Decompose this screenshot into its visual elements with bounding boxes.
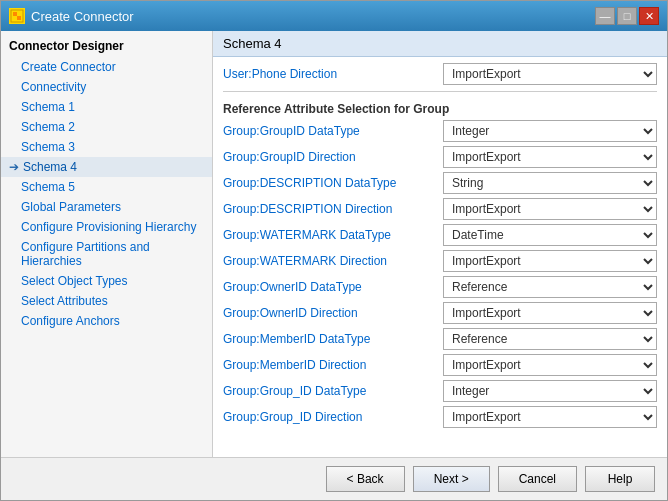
panel-header: Schema 4 [213, 31, 667, 57]
titlebar-left: Create Connector [9, 8, 134, 24]
sidebar-item-schema3[interactable]: Schema 3 [1, 137, 212, 157]
next-button[interactable]: Next > [413, 466, 490, 492]
row-1: Group:GroupID DirectionIntegerStringDate… [223, 146, 657, 168]
divider-1 [223, 91, 657, 92]
phone-direction-label: User:Phone Direction [223, 67, 443, 81]
sidebar-item-schema5[interactable]: Schema 5 [1, 177, 212, 197]
cancel-button[interactable]: Cancel [498, 466, 577, 492]
titlebar: Create Connector — □ ✕ [1, 1, 667, 31]
row-3: Group:DESCRIPTION DirectionIntegerString… [223, 198, 657, 220]
row-select-9[interactable]: IntegerStringDateTimeReferenceImportExpo… [443, 354, 657, 376]
row-9: Group:MemberID DirectionIntegerStringDat… [223, 354, 657, 376]
sidebar-item-schema4[interactable]: ➔ Schema 4 [1, 157, 212, 177]
row-label-1: Group:GroupID Direction [223, 150, 443, 164]
sidebar-item-connectivity[interactable]: Connectivity [1, 77, 212, 97]
sidebar-item-global-parameters[interactable]: Global Parameters [1, 197, 212, 217]
row-select-11[interactable]: IntegerStringDateTimeReferenceImportExpo… [443, 406, 657, 428]
row-label-0: Group:GroupID DataType [223, 124, 443, 138]
row-8: Group:MemberID DataTypeIntegerStringDate… [223, 328, 657, 350]
content-area: Connector Designer Create Connector Conn… [1, 31, 667, 457]
row-select-5[interactable]: IntegerStringDateTimeReferenceImportExpo… [443, 250, 657, 272]
sidebar: Connector Designer Create Connector Conn… [1, 31, 213, 457]
minimize-button[interactable]: — [595, 7, 615, 25]
row-label-6: Group:OwnerID DataType [223, 280, 443, 294]
row-select-6[interactable]: IntegerStringDateTimeReferenceImportExpo… [443, 276, 657, 298]
sidebar-item-schema1[interactable]: Schema 1 [1, 97, 212, 117]
main-panel: Schema 4 User:Phone Direction ImportExpo… [213, 31, 667, 457]
window-title: Create Connector [31, 9, 134, 24]
app-icon [9, 8, 25, 24]
sidebar-header: Connector Designer [1, 35, 212, 57]
row-2: Group:DESCRIPTION DataTypeIntegerStringD… [223, 172, 657, 194]
sidebar-item-configure-partitions[interactable]: Configure Partitions and Hierarchies [1, 237, 212, 271]
panel-scroll-area[interactable]: User:Phone Direction ImportExport Import… [213, 57, 667, 457]
row-10: Group:Group_ID DataTypeIntegerStringDate… [223, 380, 657, 402]
sidebar-item-configure-anchors[interactable]: Configure Anchors [1, 311, 212, 331]
reference-section-title: Reference Attribute Selection for Group [223, 98, 657, 116]
row-label-11: Group:Group_ID Direction [223, 410, 443, 424]
sidebar-item-create-connector[interactable]: Create Connector [1, 57, 212, 77]
row-label-7: Group:OwnerID Direction [223, 306, 443, 320]
row-label-3: Group:DESCRIPTION Direction [223, 202, 443, 216]
row-select-1[interactable]: IntegerStringDateTimeReferenceImportExpo… [443, 146, 657, 168]
footer: < Back Next > Cancel Help [1, 457, 667, 500]
row-select-8[interactable]: IntegerStringDateTimeReferenceImportExpo… [443, 328, 657, 350]
row-5: Group:WATERMARK DirectionIntegerStringDa… [223, 250, 657, 272]
row-0: Group:GroupID DataTypeIntegerStringDateT… [223, 120, 657, 142]
svg-rect-1 [13, 12, 17, 16]
row-select-4[interactable]: IntegerStringDateTimeReferenceImportExpo… [443, 224, 657, 246]
current-arrow-icon: ➔ [9, 160, 19, 174]
row-select-2[interactable]: IntegerStringDateTimeReferenceImportExpo… [443, 172, 657, 194]
row-select-0[interactable]: IntegerStringDateTimeReferenceImportExpo… [443, 120, 657, 142]
row-label-4: Group:WATERMARK DataType [223, 228, 443, 242]
sidebar-item-select-attributes[interactable]: Select Attributes [1, 291, 212, 311]
phone-direction-select[interactable]: ImportExport Import Export [443, 63, 657, 85]
rows-container: Group:GroupID DataTypeIntegerStringDateT… [223, 120, 657, 428]
row-select-3[interactable]: IntegerStringDateTimeReferenceImportExpo… [443, 198, 657, 220]
titlebar-controls: — □ ✕ [595, 7, 659, 25]
maximize-button[interactable]: □ [617, 7, 637, 25]
row-11: Group:Group_ID DirectionIntegerStringDat… [223, 406, 657, 428]
help-button[interactable]: Help [585, 466, 655, 492]
sidebar-item-configure-provisioning[interactable]: Configure Provisioning Hierarchy [1, 217, 212, 237]
main-window: Create Connector — □ ✕ Connector Designe… [0, 0, 668, 501]
row-label-8: Group:MemberID DataType [223, 332, 443, 346]
back-button[interactable]: < Back [326, 466, 405, 492]
row-7: Group:OwnerID DirectionIntegerStringDate… [223, 302, 657, 324]
sidebar-item-schema2[interactable]: Schema 2 [1, 117, 212, 137]
row-select-7[interactable]: IntegerStringDateTimeReferenceImportExpo… [443, 302, 657, 324]
sidebar-item-select-object-types[interactable]: Select Object Types [1, 271, 212, 291]
row-label-5: Group:WATERMARK Direction [223, 254, 443, 268]
row-select-10[interactable]: IntegerStringDateTimeReferenceImportExpo… [443, 380, 657, 402]
row-6: Group:OwnerID DataTypeIntegerStringDateT… [223, 276, 657, 298]
svg-rect-2 [17, 16, 21, 20]
row-label-2: Group:DESCRIPTION DataType [223, 176, 443, 190]
phone-direction-row: User:Phone Direction ImportExport Import… [223, 63, 657, 85]
row-label-10: Group:Group_ID DataType [223, 384, 443, 398]
row-4: Group:WATERMARK DataTypeIntegerStringDat… [223, 224, 657, 246]
close-button[interactable]: ✕ [639, 7, 659, 25]
row-label-9: Group:MemberID Direction [223, 358, 443, 372]
